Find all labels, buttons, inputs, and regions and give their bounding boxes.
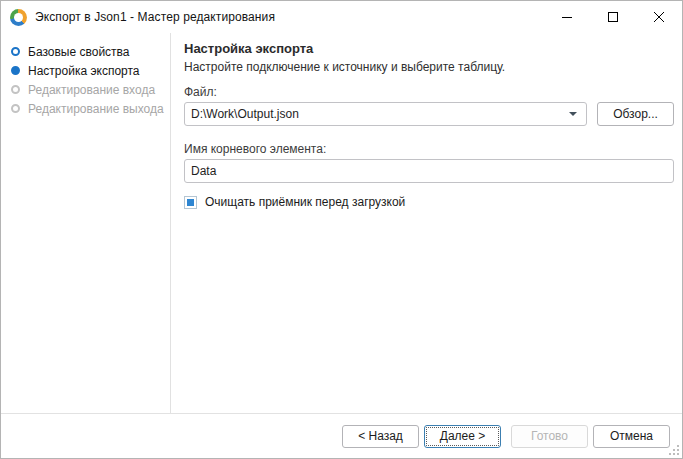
next-button[interactable]: Далее > [424, 425, 501, 448]
wizard-body: Базовые свойства Настройка экспорта Реда… [1, 33, 682, 415]
sidebar-item-basic-properties[interactable]: Базовые свойства [1, 42, 170, 61]
page-subtitle: Настройте подключение к источнику и выбе… [184, 59, 674, 75]
chevron-down-icon [569, 112, 577, 116]
wizard-window: Экспорт в Json1 - Мастер редактирования [0, 0, 683, 459]
file-path-input[interactable] [185, 103, 566, 125]
steps-sidebar: Базовые свойства Настройка экспорта Реда… [1, 33, 171, 415]
resize-grip[interactable] [668, 444, 679, 455]
maximize-button[interactable] [590, 1, 636, 32]
file-combobox[interactable] [184, 102, 587, 126]
step-dot-icon [11, 47, 20, 56]
file-dropdown-button[interactable] [566, 108, 580, 120]
minimize-button[interactable] [544, 1, 590, 32]
finish-button: Готово [511, 425, 588, 448]
close-button[interactable] [636, 1, 682, 32]
page-title: Настройка экспорта [184, 41, 674, 57]
clear-target-checkbox[interactable] [184, 196, 197, 209]
step-dot-icon [11, 85, 20, 94]
root-element-input[interactable] [184, 159, 674, 183]
window-controls [544, 1, 682, 33]
window-title: Экспорт в Json1 - Мастер редактирования [35, 10, 275, 24]
step-dot-icon [11, 104, 20, 113]
step-label: Базовые свойства [28, 45, 130, 59]
step-label: Настройка экспорта [28, 64, 140, 78]
cancel-button[interactable]: Отмена [593, 425, 670, 448]
root-element-label: Имя корневого элемента: [184, 142, 674, 156]
browse-button[interactable]: Обзор... [597, 102, 674, 126]
file-row: Обзор... [184, 102, 674, 126]
sidebar-item-export-settings[interactable]: Настройка экспорта [1, 61, 170, 80]
step-label: Редактирование входа [28, 83, 155, 97]
sidebar-item-output-editing: Редактирование выхода [1, 99, 170, 118]
minimize-icon [562, 12, 572, 22]
back-button[interactable]: < Назад [342, 425, 419, 448]
sync-ring-icon [10, 9, 27, 26]
sidebar-item-input-editing: Редактирование входа [1, 80, 170, 99]
close-icon [654, 12, 664, 22]
wizard-footer: < Назад Далее > Готово Отмена [1, 413, 682, 458]
clear-target-label: Очищать приёмник перед загрузкой [205, 195, 405, 209]
step-dot-icon [11, 66, 20, 75]
checkbox-checked-icon [187, 199, 194, 206]
clear-target-row[interactable]: Очищать приёмник перед загрузкой [184, 195, 674, 209]
step-label: Редактирование выхода [28, 102, 164, 116]
titlebar: Экспорт в Json1 - Мастер редактирования [1, 1, 682, 33]
file-label: Файл: [184, 85, 674, 99]
maximize-icon [608, 12, 618, 22]
step-content: Настройка экспорта Настройте подключение… [171, 33, 682, 415]
